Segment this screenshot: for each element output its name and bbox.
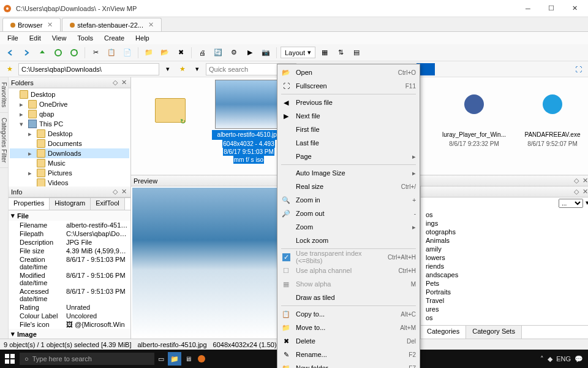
menu-item[interactable]: Lock zoom [279, 234, 418, 247]
panel-close-button[interactable]: ✕ [119, 79, 128, 86]
fullscreen-button[interactable]: ⛶ [572, 63, 584, 75]
tree-item[interactable]: Music [10, 158, 129, 168]
category-item[interactable]: Animals [424, 236, 588, 245]
category-item[interactable]: andscapes [424, 270, 588, 279]
filter-button[interactable]: ▤ [350, 46, 363, 59]
panel-float-button[interactable]: ◇ [572, 177, 581, 185]
menu-view[interactable]: View [47, 33, 72, 43]
menu-item[interactable]: ✖DeleteDel [279, 334, 418, 348]
taskbar-app-1[interactable]: 📁 [168, 352, 181, 366]
star-icon[interactable]: ★ [176, 63, 189, 75]
menu-item[interactable]: Page▸ [279, 150, 418, 163]
thumbnails-button[interactable]: ▦ [318, 46, 331, 59]
panel-float-button[interactable]: ◇ [572, 188, 581, 196]
menu-item[interactable]: Last file [279, 136, 418, 150]
tree-item[interactable]: ▸OneDrive [10, 99, 129, 109]
info-tab-histogram[interactable]: Histogram [50, 198, 91, 210]
capture-button[interactable]: 📷 [259, 46, 273, 59]
info-tab-exiftool[interactable]: ExifTool [91, 198, 125, 210]
category-item[interactable]: ures [424, 305, 588, 313]
up-button[interactable] [36, 46, 49, 59]
task-view-button[interactable]: ▭ [154, 352, 168, 366]
expand-icon[interactable]: ▸ [20, 101, 26, 109]
taskbar-search[interactable]: ○ Type here to search [20, 353, 154, 365]
folder-tree[interactable]: Desktop▸OneDrive▸qbap▾This PC▸DesktopDoc… [9, 88, 130, 186]
tray-notifications-icon[interactable]: 💬 [575, 355, 583, 363]
convert-button[interactable]: 🔄 [211, 46, 225, 59]
taskbar-app-2[interactable]: 🖥 [181, 352, 195, 366]
dropdown-icon[interactable]: ▾ [191, 63, 203, 75]
menu-create[interactable]: Create [99, 33, 129, 43]
category-item[interactable]: Portraits [424, 288, 588, 296]
menu-item[interactable]: Auto Image Size▸ [279, 166, 418, 180]
menu-item[interactable]: 📁New folderF7 [279, 361, 418, 368]
category-item[interactable]: os [424, 210, 588, 219]
menu-item[interactable]: ⛶FullscreenF11 [279, 79, 418, 93]
prop-group-header[interactable]: ▾File [9, 210, 130, 221]
cat-tab-sets[interactable]: Category Sets [466, 326, 522, 339]
tray-chevron-up-icon[interactable]: ˄ [540, 355, 544, 363]
categories-list[interactable]: osingsotographsAnimalsamilylowersriendsa… [421, 209, 588, 325]
tab-close-icon[interactable]: ✕ [47, 21, 53, 29]
expand-icon[interactable]: ▾ [20, 120, 26, 128]
sidebar-tab-categories-filter[interactable]: Categories Filter [0, 113, 8, 168]
thumbnail[interactable]: alberto-restifo-4510.jpg6048x4032 - 4.49… [212, 80, 285, 172]
path-dropdown[interactable]: ▾ [162, 63, 174, 75]
category-item[interactable]: Travel [424, 296, 588, 305]
forward-button[interactable] [20, 46, 33, 59]
menu-help[interactable]: Help [130, 33, 154, 43]
menu-item[interactable]: 🔍Zoom in+ [279, 193, 418, 207]
cut-button[interactable]: ✂ [89, 46, 102, 59]
category-item[interactable]: lowers [424, 253, 588, 262]
category-item[interactable]: amily [424, 245, 588, 253]
layout-dropdown[interactable]: Layout▾ [281, 47, 315, 58]
tray-language[interactable]: ENG [556, 355, 571, 362]
back-button[interactable] [4, 46, 17, 59]
menu-item[interactable]: Zoom▸ [279, 220, 418, 234]
tree-item[interactable]: ▸Desktop [10, 129, 129, 139]
category-item[interactable]: otographs [424, 228, 588, 236]
menu-item[interactable]: 📁Move to...Alt+M [279, 321, 418, 334]
tree-item[interactable]: Videos [10, 178, 129, 186]
dropdown-icon[interactable]: ▾ [586, 199, 588, 208]
menu-edit[interactable]: Edit [24, 33, 46, 43]
refresh-all-button[interactable] [67, 46, 81, 59]
close-button[interactable]: ✕ [564, 1, 586, 16]
tree-item[interactable]: Desktop [10, 90, 129, 99]
category-item[interactable]: Pets [424, 279, 588, 288]
refresh-button[interactable] [51, 46, 65, 59]
menu-tools[interactable]: Tools [72, 33, 98, 43]
panel-close-button[interactable]: ✕ [119, 188, 128, 196]
panel-float-button[interactable]: ◇ [111, 79, 119, 86]
tab-close-icon[interactable]: ✕ [148, 21, 154, 29]
menu-item[interactable]: 📂OpenCtrl+O [279, 66, 418, 79]
menu-item[interactable]: Draw as tiled [279, 291, 418, 304]
copy-to-button[interactable]: 📁 [142, 46, 156, 59]
tray-app-icon[interactable]: ◆ [548, 355, 552, 363]
thumbnail[interactable]: PANDAFREEAV.exe8/6/17 9:52:07 PM [516, 80, 588, 172]
menu-item[interactable]: Real sizeCtrl+/ [279, 180, 418, 193]
batch-button[interactable]: ⚙ [227, 46, 241, 59]
tree-item[interactable]: ▾This PC [10, 119, 129, 129]
slideshow-button[interactable]: ▶ [243, 46, 257, 59]
maximize-button[interactable]: ☐ [540, 1, 562, 16]
tree-item[interactable]: Documents [10, 139, 129, 148]
tree-item[interactable]: ▸Downloads [10, 148, 129, 158]
category-item[interactable]: riends [424, 262, 588, 270]
tab-image[interactable]: stefan-stenbauer-22... ✕ [62, 18, 162, 31]
category-item[interactable]: ings [424, 219, 588, 228]
copy-button[interactable]: 📋 [105, 46, 118, 59]
move-to-button[interactable]: 📂 [158, 46, 172, 59]
menu-item[interactable]: ◀Previous file [279, 96, 418, 109]
panel-close-button[interactable]: ✕ [581, 177, 588, 185]
favorite-button[interactable]: ★ [4, 63, 16, 75]
categories-select[interactable]: ... [559, 199, 583, 208]
expand-icon[interactable]: ▸ [28, 130, 34, 138]
sidebar-tab-favorites[interactable]: Favorites [0, 77, 8, 113]
menu-item[interactable]: First file [279, 123, 418, 136]
tree-item[interactable]: ▸Pictures [10, 168, 129, 178]
start-button[interactable] [0, 354, 20, 364]
thumbnail[interactable]: ↻ [134, 80, 207, 172]
category-item[interactable]: os [424, 313, 588, 322]
menu-item[interactable]: ▶Next file [279, 109, 418, 123]
